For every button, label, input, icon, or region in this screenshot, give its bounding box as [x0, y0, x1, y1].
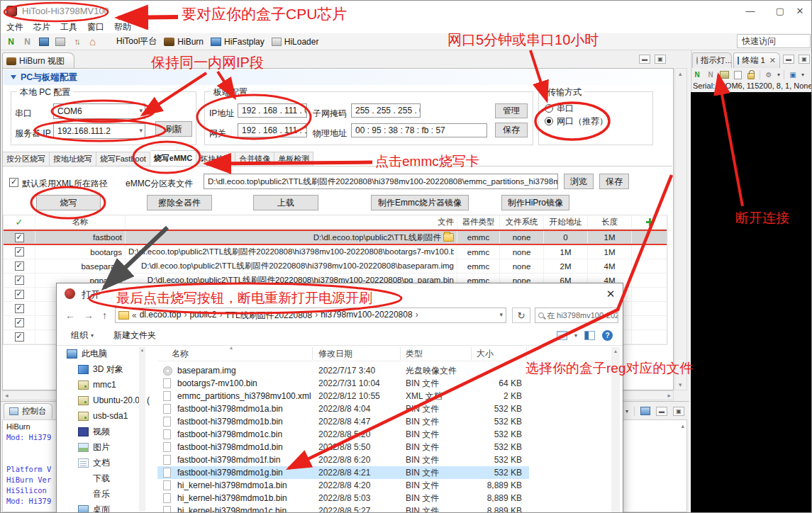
scroll-down-icon[interactable]: ▾ — [679, 381, 682, 388]
tab-indicator-leds[interactable]: 指示灯... — [692, 52, 732, 68]
panel-minimize-icon[interactable]: ▬ — [656, 407, 667, 416]
forward-icon[interactable]: → — [84, 310, 94, 321]
make-emmc-image-button[interactable]: 制作Emmc烧片器镜像 — [371, 195, 469, 210]
file-row[interactable]: fastboot-hi3798mdmo1c.bin 2022/8/8 5:20 … — [157, 428, 529, 441]
burn-tab[interactable]: 合并镜像 — [235, 152, 274, 167]
chevron-down-icon[interactable]: ▾ — [801, 72, 804, 78]
row-checkbox[interactable] — [15, 332, 24, 342]
erase-all-button[interactable]: 擦除全器件 — [147, 195, 212, 210]
preview-pane-icon[interactable] — [584, 331, 595, 340]
section-header-pc-board-config[interactable]: PC与板端配置 — [4, 69, 672, 85]
chevron-down-icon[interactable]: ▾ — [625, 408, 628, 415]
scroll-left-icon[interactable]: ◂ — [5, 392, 9, 399]
transport-radio[interactable]: 串口 — [545, 102, 608, 115]
scroll-right-icon[interactable]: ▸ — [667, 392, 671, 399]
toolbar-launcher[interactable]: HiFastplay — [211, 35, 265, 47]
row-checkbox[interactable] — [15, 276, 24, 285]
file-row[interactable]: fastboot-hi3798mdmo1f.bin 2022/8/8 6:20 … — [157, 453, 529, 466]
tab-terminal-1[interactable]: 终端 1 ✕ — [733, 52, 780, 68]
export-log-icon[interactable] — [640, 407, 650, 415]
gateway-field[interactable]: 192 . 168 . 111 . 1 — [238, 123, 307, 137]
chevron-down-icon[interactable]: ▾ — [499, 311, 503, 318]
menu-item[interactable]: 芯片 — [33, 21, 50, 33]
breadcrumb-segment[interactable]: TTL线刷固件20220808 — [225, 310, 312, 322]
burn-tab[interactable]: 按地址烧写 — [50, 152, 96, 167]
mac-address-field[interactable]: 00 : 95 : 38 : 78 : fb : 57 — [351, 123, 487, 137]
partition-row[interactable]: baseparam D:\dl.ecoo.top\public2\TTL线刷固件… — [4, 259, 667, 274]
file-row[interactable]: bootargs7-mv100.bin 2022/7/31 10:04 BIN … — [157, 377, 529, 390]
col-date[interactable]: 修改日期 — [318, 348, 352, 360]
close-tab-icon[interactable]: ✕ — [769, 56, 776, 65]
make-hipro-image-button[interactable]: 制作HiPro镜像 — [501, 195, 569, 210]
file-row[interactable]: fastboot-hi3798mdmo1d.bin 2022/8/8 5:50 … — [157, 441, 529, 453]
file-row[interactable]: emmc_partitions_hi3798mv100.xml 2022/8/1… — [157, 390, 529, 402]
view-mode-icon[interactable] — [557, 331, 567, 340]
breadcrumb[interactable]: « dl.ecoo.top › public2 › TTL线刷固件2022080… — [115, 308, 506, 323]
row-checkbox[interactable] — [15, 318, 24, 327]
row-checkbox[interactable] — [15, 247, 24, 256]
menu-item[interactable]: 帮助 — [114, 21, 131, 33]
program-icon[interactable] — [39, 38, 49, 46]
remote-icon[interactable] — [55, 38, 65, 46]
serial-port-combo[interactable]: COM6 ▾ — [53, 103, 145, 119]
burn-tab[interactable]: 烧写Fastboot — [96, 152, 150, 167]
file-row[interactable]: hi_kernel-hi3798mdmo1c.bin 2022/8/8 5:27… — [157, 504, 529, 513]
close-button[interactable]: ✕ — [788, 4, 812, 18]
chevron-down-icon[interactable]: ▾ — [777, 72, 780, 78]
new-terminal-icon[interactable]: ▣ — [788, 70, 798, 79]
sidebar-scrollbar[interactable]: ▴ — [139, 347, 145, 512]
new-folder-button[interactable]: 新建文件夹 — [113, 329, 156, 342]
breadcrumb-segment[interactable]: dl.ecoo.top — [140, 310, 182, 322]
menu-item[interactable]: 工具 — [60, 21, 77, 33]
col-name[interactable]: 名称 — [35, 215, 126, 229]
panel-minimize-icon[interactable]: ▬ — [639, 55, 650, 64]
col-type[interactable]: 类型 — [406, 348, 423, 360]
xml-path-checkbox[interactable] — [9, 178, 18, 187]
dialog-close-icon[interactable]: ✕ — [599, 283, 623, 305]
row-checkbox[interactable] — [15, 304, 24, 313]
file-row[interactable]: fastboot-hi3798mdmo1a.bin 2022/8/8 4:04 … — [157, 402, 529, 415]
add-partition-icon[interactable] — [646, 218, 654, 226]
row-checkbox[interactable] — [15, 290, 24, 299]
panel-maximize-icon[interactable]: ▣ — [655, 55, 666, 64]
upload-button[interactable]: 上载 — [253, 195, 318, 210]
col-fs[interactable]: 文件系统 — [500, 215, 544, 229]
file-row[interactable]: hi_kernel-hi3798mdmo1a.bin 2022/8/8 4:20… — [157, 479, 529, 492]
scroll-up-icon[interactable]: ▴ — [679, 70, 682, 77]
board-ip-field[interactable]: 192 . 168 . 111 . 0 — [238, 103, 307, 118]
manage-button[interactable]: 管理 — [495, 103, 528, 118]
tab-console[interactable]: 控制台 — [4, 403, 52, 419]
transfer-icon[interactable]: ↑↓ — [70, 36, 82, 47]
browse-file-icon[interactable] — [443, 233, 454, 242]
file-row[interactable]: fastboot-hi3798mdmo1b.bin 2022/8/8 4:47 … — [157, 415, 529, 428]
help-icon[interactable]: ? — [602, 330, 613, 341]
breadcrumb-segment[interactable]: public2 — [189, 310, 216, 322]
browse-button[interactable]: 浏览 — [564, 174, 594, 189]
transport-radio[interactable]: 网口（推荐） — [545, 115, 608, 128]
row-checkbox[interactable] — [15, 233, 24, 242]
file-row[interactable]: hi_kernel-hi3798mdmo1b.bin 2022/8/8 5:03… — [157, 492, 529, 504]
col-name[interactable]: 名称 — [172, 348, 189, 360]
menu-item[interactable]: 文件 — [6, 21, 23, 33]
col-size[interactable]: 大小 — [477, 348, 494, 360]
refresh-button[interactable]: 刷新 — [155, 121, 192, 137]
copy-icon[interactable] — [734, 71, 742, 79]
minimize-button[interactable]: — — [738, 4, 762, 18]
row-checkbox[interactable] — [15, 261, 24, 271]
file-row[interactable]: baseparam.img 2022/7/17 3:40 光盘映像文件 — [157, 364, 529, 377]
tab-hiburn-view[interactable]: HiBurn 视图 — [2, 52, 74, 69]
subnet-mask-field[interactable]: 255 . 255 . 255 . 0 — [351, 103, 421, 118]
quick-access-input[interactable]: 快速访问 — [737, 34, 811, 48]
save-config-button[interactable]: 保存 — [495, 123, 528, 137]
server-ip-combo[interactable]: 192.168.111.2 ▾ — [53, 123, 145, 139]
col-file[interactable]: 文件 — [126, 215, 457, 229]
burn-button[interactable]: 烧写 — [36, 195, 101, 210]
terminal-disconnect-icon[interactable]: N — [706, 70, 716, 79]
check-all-icon[interactable]: ✓ — [4, 215, 35, 229]
xml-path-field[interactable]: D:\dl.ecoo.top\public2\TTL线刷固件20220808\h… — [204, 174, 558, 189]
up-icon[interactable]: ↑ — [102, 310, 107, 321]
save-xml-button[interactable]: 保存 — [599, 174, 629, 189]
scroll-up-icon[interactable]: ▴ — [681, 422, 684, 429]
chevron-down-icon[interactable]: ▾ — [574, 332, 577, 339]
terminal-connect-icon[interactable]: N — [692, 70, 702, 79]
